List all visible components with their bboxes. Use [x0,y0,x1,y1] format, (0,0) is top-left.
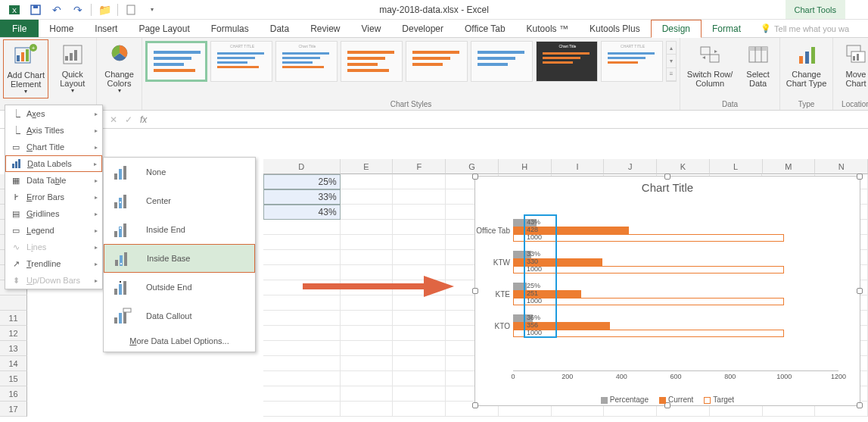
move-chart-button[interactable]: Move Chart [836,39,868,98]
chart-data-label[interactable]: 428 [527,226,538,233]
change-colors-button[interactable]: Change Colors▾ [100,39,138,98]
column-header[interactable]: J [604,159,657,174]
cell[interactable] [263,356,341,371]
column-header[interactable]: I [552,159,605,174]
fx-icon[interactable]: fx [140,114,147,125]
undo-button[interactable]: ↶ [47,2,67,18]
cell[interactable] [341,250,394,265]
row-header[interactable]: 12 [0,326,27,341]
cell[interactable] [393,189,446,205]
tab-page-layout[interactable]: Page Layout [128,20,200,37]
chart-data-label[interactable]: 1000 [527,233,542,241]
embedded-chart[interactable]: Chart Title Office Tab43%4281000KTW33%33… [474,176,860,406]
row-header[interactable]: 14 [0,356,27,371]
chart-data-label[interactable]: 33% [527,250,540,258]
tab-design[interactable]: Design [651,20,702,38]
chart-data-label[interactable]: 356 [527,321,538,329]
chart-style-thumb-2[interactable]: CHART TITLE [210,41,272,82]
menu-error-bars[interactable]: ᎨError Bars▸ [5,189,102,205]
qat-customize-button[interactable]: ▾ [142,2,162,18]
chart-data-label[interactable]: 1000 [527,265,542,273]
chart-style-thumb-5[interactable] [406,41,468,82]
column-header[interactable]: M [763,159,816,174]
cell[interactable] [393,356,446,371]
chart-bar-target[interactable] [513,298,784,305]
cell[interactable] [393,174,446,189]
column-header[interactable]: F [393,159,446,174]
cell[interactable] [263,220,341,235]
row-header[interactable]: 13 [0,341,27,356]
row-header[interactable]: 17 [0,402,27,417]
chart-data-label[interactable]: 1000 [527,329,542,336]
cell[interactable]: 43% [263,205,341,220]
cancel-icon[interactable]: ✕ [110,114,117,125]
cell[interactable] [263,250,341,265]
cell[interactable] [341,371,394,386]
cell[interactable] [393,220,446,235]
chart-data-label[interactable]: 36% [527,314,540,321]
chart-data-label[interactable]: 25% [527,282,540,289]
add-chart-element-button[interactable]: + Add Chart Element▾ [3,39,48,98]
tab-developer[interactable]: Developer [391,20,454,37]
row-header[interactable]: 11 [0,311,27,326]
chart-resize-handle[interactable] [857,173,863,180]
cell[interactable] [393,371,446,386]
menu-data-labels[interactable]: Data Labels▸ [5,155,102,172]
submenu-center[interactable]: Center [104,186,255,215]
row-header[interactable]: 15 [0,371,27,386]
chart-bar-current[interactable] [513,290,581,298]
cell[interactable] [341,356,394,371]
change-chart-type-button[interactable]: Change Chart Type [783,39,829,98]
column-header[interactable]: G [446,159,499,174]
submenu-more-options[interactable]: More Data Label Options... [104,330,255,352]
chart-style-thumb-3[interactable]: Chart Title [275,41,338,82]
cell[interactable] [393,326,446,341]
tab-office-tab[interactable]: Office Tab [454,20,516,37]
cell[interactable] [393,250,446,265]
cell[interactable] [393,386,446,402]
cell[interactable] [263,402,341,417]
save-button[interactable] [26,2,45,18]
chart-resize-handle[interactable] [664,173,670,180]
column-header[interactable]: K [657,159,710,174]
cell[interactable] [263,371,341,386]
chart-resize-handle[interactable] [857,288,863,294]
file-tab[interactable]: File [0,20,39,37]
cell[interactable]: 25% [263,174,341,189]
chart-data-label[interactable]: 330 [527,258,538,265]
chart-style-thumb-1[interactable] [145,41,207,82]
quick-layout-button[interactable]: Quick Layout▾ [51,39,93,98]
tab-kutools[interactable]: Kutools ™ [516,20,579,37]
tab-home[interactable]: Home [39,20,84,37]
cell[interactable] [341,220,394,235]
cell[interactable] [341,205,394,220]
cell[interactable] [393,402,446,417]
tab-kutools-plus[interactable]: Kutools Plus [579,20,651,37]
open-folder-button[interactable]: 📁 [95,2,114,18]
chart-bar-target[interactable] [513,234,784,242]
chart-resize-handle[interactable] [472,173,478,180]
cell[interactable] [393,311,446,326]
menu-axis-titles[interactable]: ⎿Axis Titles▸ [5,122,102,139]
cell[interactable] [341,235,394,250]
tab-view[interactable]: View [351,20,392,37]
chart-style-thumb-8[interactable]: CHART TITLE [601,41,663,82]
tell-me-search[interactable]: 💡 Tell me what you wa [761,20,849,37]
chart-plot-area[interactable]: Office Tab43%4281000KTW33%3301000KTE25%2… [513,213,838,369]
cell[interactable] [263,326,341,341]
column-header[interactable]: N [815,159,868,174]
switch-row-column-button[interactable]: Switch Row/ Column [683,39,736,98]
cell[interactable] [341,341,394,356]
cell[interactable] [341,326,394,341]
cell[interactable] [341,174,394,189]
chart-legend[interactable]: Percentage Current Target [475,395,860,404]
chart-data-label[interactable]: 251 [527,289,538,297]
row-header[interactable]: 16 [0,386,27,402]
column-header[interactable]: H [499,159,552,174]
chart-style-thumb-4[interactable] [341,41,403,82]
cell[interactable]: 33% [263,189,341,205]
tab-data[interactable]: Data [260,20,300,37]
new-doc-button[interactable] [121,2,141,18]
select-data-button[interactable]: Select Data [739,39,776,98]
chart-data-label[interactable]: 43% [527,218,540,226]
